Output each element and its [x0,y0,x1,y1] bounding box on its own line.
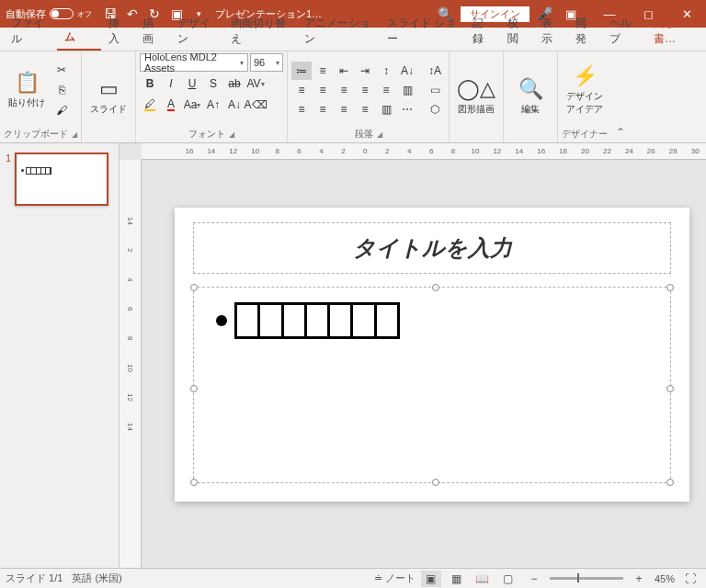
group-paragraph: ≔ ≡ ⇤ ⇥ ↕ A↓ ≡ ≡ ≡ ≡ ≡ ▥ ≡ ≡ ≡ ≡ ▥ ⋯ ↕A [288,51,450,142]
tab-help[interactable]: ヘルプ [602,12,646,51]
sorter-view-icon[interactable]: ▦ [447,571,467,587]
tab-view[interactable]: 表示 [534,12,568,51]
zoom-out-button[interactable]: − [524,571,544,587]
placeholder-char-boxes [234,302,400,339]
bold-button[interactable]: B [140,74,160,93]
grow-font-button[interactable]: A↑ [203,96,223,114]
smartart-button[interactable]: ⬡ [425,100,445,119]
design-idea-button[interactable]: ⚡ デザイン アイデア [562,58,608,122]
shrink-font-button[interactable]: A↓ [224,96,245,114]
font-color-button[interactable]: A [161,96,181,114]
collapse-ribbon-icon[interactable]: ⌃ [611,51,630,142]
justify2-button[interactable]: ≡ [355,100,375,119]
body-placeholder[interactable] [193,287,671,483]
align-center-button[interactable]: ≡ [313,81,333,99]
clipboard-dialog-icon[interactable]: ◢ [72,130,77,139]
strike-button[interactable]: ab [224,74,245,93]
paragraph-dialog-icon[interactable]: ◢ [377,130,382,139]
font-dialog-icon[interactable]: ◢ [229,130,234,139]
tab-design[interactable]: デザイン [170,12,223,51]
tab-insert[interactable]: 挿入 [101,12,135,51]
char-spacing-button[interactable]: AV▾ [245,74,266,93]
text-dir-v-button[interactable]: ↕A [425,62,445,80]
search-edit-icon: 🔍 [518,77,543,101]
group-drawing: ◯△ 図形描画 [450,51,504,142]
columns-button[interactable]: ▥ [397,81,417,99]
shapes-icon: ◯△ [457,77,495,101]
italic-button[interactable]: I [161,74,181,93]
align-left-button[interactable]: ≡ [291,81,312,99]
ribbon: 📋 貼り付け ✂ ⎘ 🖌 クリップボード◢ ▭ スライド HoloLens MD… [0,51,706,143]
slide-canvas[interactable]: タイトルを入力 [175,208,689,502]
text-direction-button[interactable]: A↓ [397,62,417,80]
bullet-item[interactable] [216,302,400,339]
clear-format-button[interactable]: A⌫ [245,96,266,114]
thumbnail-panel: 1 [0,143,120,568]
distribute-button[interactable]: ≡ [376,81,396,99]
zoom-slider[interactable] [550,577,623,580]
align-right2-button[interactable]: ≡ [334,100,354,119]
font-name-select[interactable]: HoloLens MDL2 Assets▾ [140,53,248,72]
format-painter-icon[interactable]: 🖌 [53,102,70,119]
thumb-number: 1 [6,153,11,206]
paste-button[interactable]: 📋 貼り付け [4,58,50,122]
justify-button[interactable]: ≡ [355,81,375,99]
fit-window-icon[interactable]: ⛶ [680,571,700,587]
align-text-button[interactable]: ▭ [425,81,445,99]
tab-shape-format[interactable]: 図形の書… [646,12,706,51]
language-indicator[interactable]: 英語 (米国) [72,571,121,585]
notes-button[interactable]: ≐ ノート [374,571,416,585]
align-right-button[interactable]: ≡ [334,81,354,99]
slide-counter[interactable]: スライド 1/1 [6,571,63,585]
group-editing: 🔍 編集 [504,51,558,142]
tab-transition[interactable]: 画面切り替え [223,12,297,51]
tab-record[interactable]: 記録 [465,12,499,51]
shape-draw-button[interactable]: ◯△ 図形描画 [453,64,499,129]
work-area: 1 16141210864202468101214161820222426283… [0,143,706,568]
group-clipboard: 📋 貼り付け ✂ ⎘ 🖌 クリップボード◢ [0,51,82,142]
slide-thumbnail[interactable] [15,153,108,206]
font-size-select[interactable]: 96▾ [250,53,283,72]
increase-indent-button[interactable]: ⇥ [355,62,375,80]
tab-review[interactable]: 校閲 [500,12,534,51]
bullets-button[interactable]: ≔ [291,62,312,80]
tab-animation[interactable]: アニメーション [297,12,380,51]
tab-file[interactable]: ファイル [4,12,57,51]
zoom-level[interactable]: 45% [655,573,675,584]
underline-button[interactable]: U [182,74,202,93]
cut-icon[interactable]: ✂ [53,62,70,78]
bullet-icon [216,315,227,326]
numbering-button[interactable]: ≡ [313,62,333,80]
tab-draw[interactable]: 描画 [135,12,169,51]
columns2-button[interactable]: ▥ [376,100,396,119]
decrease-indent-button[interactable]: ⇤ [334,62,354,80]
reading-view-icon[interactable]: 📖 [473,571,493,587]
normal-view-icon[interactable]: ▣ [421,571,441,587]
zoom-in-button[interactable]: + [629,571,649,587]
ruler-horizontal: 161412108642024681012141618202224262830 [142,143,706,160]
tab-slideshow[interactable]: スライド ショー [380,12,465,51]
align-center2-button[interactable]: ≡ [313,100,333,119]
status-bar: スライド 1/1 英語 (米国) ≐ ノート ▣ ▦ 📖 ▢ − + 45% ⛶ [0,568,706,588]
change-case-button[interactable]: Aa▾ [182,96,202,114]
lightning-icon: ⚡ [573,64,598,88]
group-slides: ▭ スライド [82,51,136,142]
highlight-button[interactable]: 🖊 [140,96,160,114]
group-font: HoloLens MDL2 Assets▾ 96▾ B I U S ab AV▾… [136,51,288,142]
more-para-button[interactable]: ⋯ [397,100,417,119]
shadow-button[interactable]: S [203,74,223,93]
copy-icon[interactable]: ⎘ [53,82,70,98]
slide-icon: ▭ [99,77,119,101]
group-designer: ⚡ デザイン アイデア デザイナー [558,51,611,142]
title-placeholder[interactable]: タイトルを入力 [193,222,671,274]
canvas-area: 161412108642024681012141618202224262830 … [120,143,706,568]
ruler-vertical: 142468101214 [120,160,142,568]
line-spacing-button[interactable]: ↕ [376,62,396,80]
slideshow-view-icon[interactable]: ▢ [498,571,518,587]
ribbon-tabs: ファイル ホーム 挿入 描画 デザイン 画面切り替え アニメーション スライド … [0,28,706,51]
new-slide-button[interactable]: ▭ スライド [85,64,131,129]
edit-button[interactable]: 🔍 編集 [507,64,553,129]
align-left2-button[interactable]: ≡ [291,100,312,119]
tab-developer[interactable]: 開発 [568,12,602,51]
clipboard-icon: 📋 [15,71,40,95]
